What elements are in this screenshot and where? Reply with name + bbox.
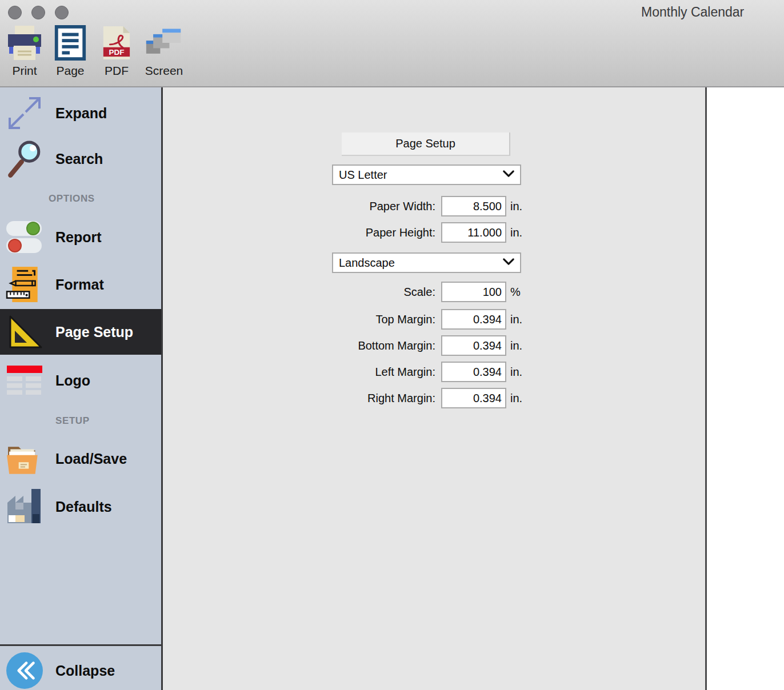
- toolbar-pdf-button[interactable]: PDF PDF: [99, 24, 134, 78]
- window-close-button[interactable]: [8, 6, 22, 19]
- sidebar-item-label: Load/Save: [55, 451, 127, 467]
- top-margin-input[interactable]: [441, 309, 506, 330]
- sidebar-item-page-setup[interactable]: Page Setup: [0, 309, 161, 355]
- screen-icon: [145, 24, 183, 62]
- top-margin-label: Top Margin:: [163, 313, 435, 326]
- sidebar-item-search[interactable]: Search: [0, 136, 161, 182]
- svg-text:PDF: PDF: [109, 48, 125, 57]
- toolbar-print-label: Print: [12, 64, 37, 78]
- paper-width-label: Paper Width:: [163, 200, 435, 213]
- logo-icon: [5, 360, 45, 400]
- sidebar-item-format[interactable]: Format: [0, 262, 161, 307]
- window-title: Monthly Calendar: [641, 5, 744, 20]
- left-margin-unit: in.: [510, 366, 522, 379]
- paper-height-row: Paper Height: in.: [163, 222, 522, 243]
- toolbar-page-label: Page: [56, 64, 84, 78]
- right-margin-input[interactable]: [441, 388, 506, 408]
- pdf-icon: PDF: [98, 24, 135, 62]
- sidebar-item-label: Format: [55, 276, 104, 293]
- sidebar-item-report[interactable]: Report: [0, 214, 161, 260]
- orientation-select[interactable]: Landscape: [332, 252, 521, 273]
- search-icon: [5, 139, 45, 179]
- preview-pane: [707, 87, 784, 690]
- right-margin-unit: in.: [510, 392, 522, 405]
- paper-width-row: Paper Width: in.: [163, 196, 522, 216]
- scale-row: Scale: %: [163, 282, 521, 302]
- toggles-icon: [5, 217, 45, 257]
- sidebar-item-label: Search: [55, 151, 103, 167]
- expand-icon: [5, 93, 45, 133]
- paper-height-input[interactable]: [441, 222, 506, 243]
- sidebar-item-expand[interactable]: Expand: [0, 90, 161, 136]
- collapse-icon: [5, 651, 45, 690]
- top-margin-row: Top Margin: in.: [163, 309, 522, 330]
- toolbar-screen-button[interactable]: Screen: [139, 24, 189, 78]
- window-zoom-button[interactable]: [55, 6, 69, 19]
- sidebar-item-label: Page Setup: [55, 324, 133, 340]
- scale-unit: %: [510, 286, 521, 299]
- page-setup-tab[interactable]: Page Setup: [342, 133, 510, 156]
- sidebar-item-label: Collapse: [55, 663, 115, 679]
- sidebar-section-options: OPTIONS: [49, 193, 95, 204]
- set-square-icon: [5, 312, 45, 352]
- left-margin-row: Left Margin: in.: [163, 362, 522, 382]
- toolbar-print-button[interactable]: Print: [6, 24, 43, 78]
- bottom-margin-label: Bottom Margin:: [163, 339, 435, 352]
- window-controls: [8, 6, 69, 19]
- paper-height-label: Paper Height:: [163, 226, 435, 239]
- window-minimize-button[interactable]: [31, 6, 45, 19]
- print-icon: [6, 24, 43, 62]
- sidebar-collapse-button[interactable]: Collapse: [0, 648, 161, 690]
- factory-icon: [5, 487, 45, 527]
- sidebar-item-logo[interactable]: Logo: [0, 358, 161, 403]
- sidebar-item-label: Logo: [55, 372, 90, 389]
- chevron-down-icon: [502, 258, 515, 268]
- sidebar-item-label: Report: [55, 229, 102, 246]
- title-bar: Monthly Calendar Print: [0, 0, 784, 87]
- paper-size-value: US Letter: [333, 169, 387, 182]
- folder-icon: [5, 439, 45, 479]
- toolbar-pdf-label: PDF: [105, 64, 129, 78]
- scale-input[interactable]: [441, 282, 506, 302]
- bottom-margin-row: Bottom Margin: in.: [163, 335, 522, 356]
- left-margin-label: Left Margin:: [163, 366, 435, 379]
- orientation-value: Landscape: [333, 256, 395, 270]
- bottom-margin-unit: in.: [510, 339, 522, 352]
- bottom-margin-input[interactable]: [441, 335, 506, 356]
- scale-label: Scale:: [163, 286, 435, 299]
- sidebar-item-label: Defaults: [55, 499, 112, 515]
- left-margin-input[interactable]: [441, 362, 506, 382]
- toolbar-screen-label: Screen: [145, 64, 183, 78]
- sidebar-item-label: Expand: [55, 105, 107, 122]
- sidebar-item-load-save[interactable]: Load/Save: [0, 436, 161, 482]
- page-icon: [51, 24, 89, 62]
- sidebar-item-defaults[interactable]: Defaults: [0, 484, 161, 529]
- paper-width-input[interactable]: [441, 196, 506, 216]
- sidebar-section-setup: SETUP: [55, 415, 90, 427]
- top-margin-unit: in.: [510, 313, 522, 326]
- chevron-down-icon: [502, 170, 515, 180]
- format-icon: [5, 264, 45, 304]
- paper-size-select[interactable]: US Letter: [332, 165, 521, 185]
- toolbar-page-button[interactable]: Page: [50, 24, 90, 78]
- sidebar: Expand Search OPTIONS Report: [0, 87, 163, 690]
- sidebar-divider: [0, 644, 163, 646]
- paper-height-unit: in.: [510, 226, 522, 239]
- page-setup-panel: Page Setup US Letter Paper Width: in. Pa…: [163, 87, 705, 690]
- paper-width-unit: in.: [510, 200, 522, 213]
- right-margin-label: Right Margin:: [163, 392, 435, 405]
- right-margin-row: Right Margin: in.: [163, 388, 522, 408]
